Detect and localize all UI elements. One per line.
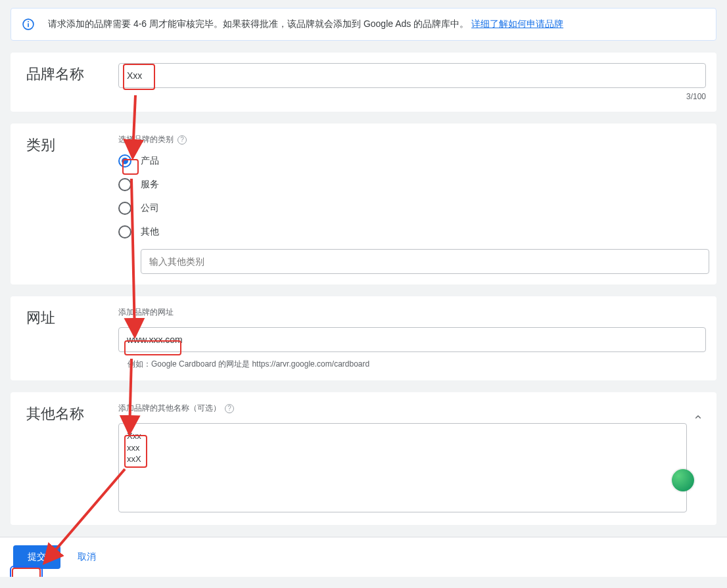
svg-rect-1 [28, 23, 29, 27]
radio-label: 产品 [141, 155, 159, 167]
category-label: 类别 [26, 134, 118, 155]
radio-icon [118, 202, 131, 215]
info-icon [22, 18, 37, 31]
url-label: 网址 [26, 307, 118, 328]
url-card: 网址 添加品牌的网址 例如：Google Cardboard 的网址是 http… [11, 296, 716, 380]
brand-name-counter: 3/100 [118, 92, 706, 101]
url-example: 例如：Google Cardboard 的网址是 https://arvr.go… [118, 359, 706, 370]
other-names-textarea[interactable] [118, 423, 687, 512]
radio-service[interactable]: 服务 [118, 178, 706, 191]
brand-name-input[interactable] [118, 63, 706, 88]
other-names-label: 其他名称 [26, 403, 118, 424]
url-input[interactable] [118, 327, 706, 352]
url-subtitle: 添加品牌的网址 [118, 307, 706, 318]
category-card: 类别 选择品牌的类别 ? 产品 服务 公司 [11, 124, 716, 284]
other-category-input[interactable] [141, 249, 709, 274]
radio-icon [118, 178, 131, 191]
info-link[interactable]: 详细了解如何申请品牌 [471, 18, 563, 29]
help-icon[interactable]: ? [225, 404, 234, 413]
info-banner: 请求添加的品牌需要 4-6 周才能审核完毕。如果获得批准，该品牌就会添加到 Go… [11, 8, 716, 41]
brand-name-label: 品牌名称 [26, 63, 118, 84]
other-names-card: 其他名称 添加品牌的其他名称（可选） ? [11, 392, 716, 525]
radio-company[interactable]: 公司 [118, 202, 706, 215]
radio-icon [118, 154, 131, 168]
category-subtitle: 选择品牌的类别 ? [118, 134, 706, 145]
radio-label: 服务 [141, 179, 159, 191]
svg-rect-2 [28, 21, 29, 22]
radio-label: 其他 [141, 226, 159, 238]
radio-label: 公司 [141, 202, 159, 214]
support-badge-icon[interactable] [672, 469, 694, 491]
radio-icon [118, 225, 131, 238]
brand-name-card: 品牌名称 3/100 [11, 53, 716, 112]
other-names-subtitle: 添加品牌的其他名称（可选） ? [118, 403, 706, 414]
cancel-button[interactable]: 取消 [74, 551, 100, 564]
collapse-button[interactable] [692, 411, 705, 424]
footer-bar: 提交 取消 [0, 537, 727, 577]
radio-other[interactable]: 其他 [118, 225, 706, 238]
info-text: 请求添加的品牌需要 4-6 周才能审核完毕。如果获得批准，该品牌就会添加到 Go… [48, 18, 563, 30]
help-icon[interactable]: ? [177, 135, 187, 145]
submit-button[interactable]: 提交 [13, 545, 60, 569]
radio-product[interactable]: 产品 [118, 154, 706, 168]
